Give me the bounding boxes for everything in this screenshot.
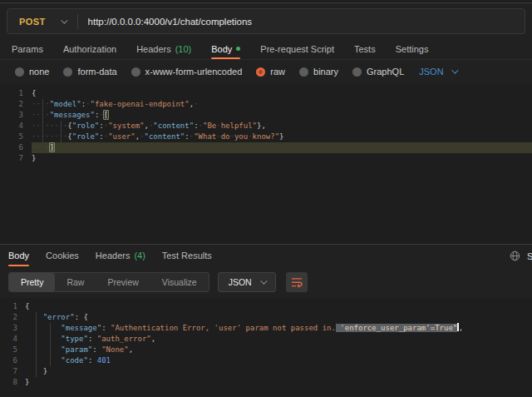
view-mode-visualize[interactable]: Visualize — [150, 273, 209, 291]
code-line[interactable]: 2····"model":·"fake-openai-endpoint",· — [0, 99, 532, 110]
code-token: : { — [75, 313, 88, 321]
response-language-select[interactable]: JSON — [218, 272, 276, 292]
body-type-none[interactable]: none — [15, 67, 49, 77]
code-line[interactable]: 6····] — [0, 142, 532, 153]
response-meta: S — [510, 245, 532, 267]
body-type-raw[interactable]: raw — [256, 67, 285, 77]
code-token: , — [151, 335, 155, 343]
code-line[interactable]: 4········{"role":·"system",·"content":·"… — [0, 121, 532, 132]
body-type-options: noneform-datax-www-form-urlencodedrawbin… — [15, 67, 404, 77]
tab-tests[interactable]: Tests — [354, 38, 376, 59]
code-token: do — [221, 132, 230, 141]
code-line[interactable]: 2 "error": { — [0, 312, 532, 323]
code-content: { — [32, 88, 532, 99]
tab-params[interactable]: Params — [12, 38, 43, 59]
tab-label: Body — [8, 251, 29, 261]
code-line[interactable]: 5 "param": "None", — [0, 345, 532, 355]
code-content: "error": { — [25, 312, 532, 323]
code-token: "None" — [101, 345, 129, 354]
code-token: "What — [194, 132, 216, 141]
tab-count: (4) — [134, 251, 145, 261]
response-editor[interactable]: 1{2 "error": {3 "message": "Authenticati… — [0, 298, 532, 397]
tab-label: Headers — [136, 44, 171, 54]
code-line[interactable]: 6 "code": 401 — [0, 355, 532, 366]
code-token: }, — [257, 122, 266, 130]
code-token: "model" — [50, 100, 81, 108]
view-mode-raw[interactable]: Raw — [55, 273, 96, 291]
code-token — [25, 345, 61, 354]
request-editor[interactable]: 1{2····"model":·"fake-openai-endpoint",·… — [0, 83, 532, 244]
wrap-text-icon — [291, 277, 303, 288]
line-number: 3 — [0, 323, 25, 334]
tab-count: (10) — [175, 44, 192, 54]
radio-icon — [15, 67, 24, 77]
code-token — [25, 313, 43, 321]
code-token: ] — [49, 142, 55, 152]
code-token: : — [92, 345, 101, 354]
method-selector[interactable]: POST — [7, 17, 77, 27]
line-number: 7 — [0, 366, 25, 377]
tab-body[interactable]: Body — [211, 38, 240, 59]
raw-language-select[interactable]: JSON — [419, 67, 456, 77]
chevron-down-icon — [451, 67, 458, 73]
code-line[interactable]: 8} — [0, 377, 532, 388]
tab-label: Test Results — [162, 251, 212, 261]
line-number: 5 — [0, 132, 32, 142]
radio-icon — [299, 67, 308, 77]
code-content: } — [25, 377, 532, 388]
body-type-label: binary — [313, 67, 338, 77]
code-token: : — [101, 324, 111, 332]
chevron-down-icon — [260, 277, 267, 284]
response-tabs: BodyCookiesHeaders(4)Test Results — [0, 245, 510, 266]
tab-body[interactable]: Body — [8, 245, 29, 266]
request-tabs: ParamsAuthorizationHeaders(10)BodyPre-re… — [0, 38, 532, 60]
tab-cookies[interactable]: Cookies — [46, 245, 79, 266]
code-line[interactable]: 7} — [0, 153, 532, 164]
code-token: · — [194, 100, 198, 108]
body-type-graphql[interactable]: GraphQL — [352, 67, 404, 77]
tab-authorization[interactable]: Authorization — [63, 38, 116, 59]
code-line[interactable]: 1{ — [0, 301, 532, 312]
code-line[interactable]: 3 "message": "Authentication Error, 'use… — [0, 323, 532, 334]
tab-headers[interactable]: Headers(10) — [136, 38, 191, 59]
code-token — [25, 324, 61, 332]
code-token: "messages" — [50, 111, 95, 119]
tab-settings[interactable]: Settings — [396, 38, 429, 59]
url-input[interactable]: http://0.0.0.0:4000/v1/chat/completions — [88, 17, 525, 27]
tab-headers[interactable]: Headers(4) — [96, 245, 145, 266]
code-line[interactable]: 4 "type": "auth_error", — [0, 334, 532, 345]
code-line[interactable]: 3····"messages":·[ — [0, 110, 532, 121]
code-token: } — [279, 132, 283, 141]
body-type-binary[interactable]: binary — [299, 67, 338, 77]
response-status-text: S — [527, 251, 532, 261]
code-content: ····] — [32, 142, 532, 153]
code-token: "message" — [61, 324, 101, 332]
view-mode-preview[interactable]: Preview — [96, 273, 150, 291]
tab-test-results[interactable]: Test Results — [162, 245, 212, 266]
view-mode-pretty[interactable]: Pretty — [9, 273, 55, 291]
tab-label: Cookies — [46, 251, 79, 261]
tab-pre-request-script[interactable]: Pre-request Script — [260, 38, 334, 59]
code-token: "content" — [145, 132, 185, 141]
code-line[interactable]: 7 } — [0, 366, 532, 377]
line-number: 6 — [0, 355, 25, 366]
indent-guide — [36, 312, 37, 377]
wrap-text-button[interactable] — [286, 272, 308, 292]
globe-icon[interactable] — [510, 251, 520, 261]
radio-icon — [63, 67, 72, 77]
indent-guide — [42, 99, 43, 153]
code-token: 'enforce_user_param'=True" — [336, 324, 457, 332]
raw-language-label: JSON — [419, 67, 443, 77]
code-line[interactable]: 1{ — [0, 88, 532, 99]
body-type-label: GraphQL — [367, 67, 404, 77]
code-token: "auth_error" — [97, 335, 151, 343]
body-type-form-data[interactable]: form-data — [63, 67, 116, 77]
code-token: "Authentication Error, 'user' param not … — [111, 324, 336, 332]
code-token: ···· — [32, 100, 50, 108]
body-type-x-www-form-urlencoded[interactable]: x-www-form-urlencoded — [131, 67, 243, 77]
code-content: ····"messages":·[ — [32, 110, 532, 121]
code-token: "error" — [43, 313, 75, 321]
line-number: 7 — [0, 153, 32, 164]
code-line[interactable]: 5········{"role":·"user",·"content":·"Wh… — [0, 132, 532, 142]
code-content: } — [32, 153, 532, 164]
